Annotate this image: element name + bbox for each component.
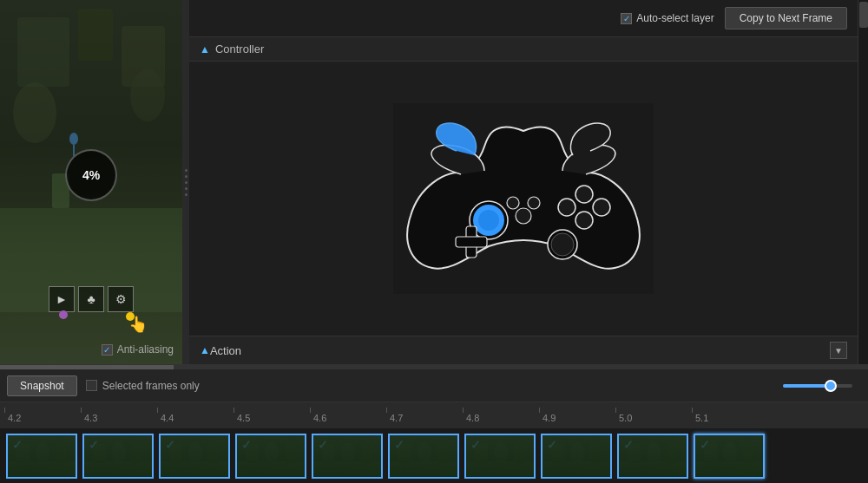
frame-thumb-4.3: ✓ (82, 434, 154, 479)
divider-dot-3 (185, 181, 187, 184)
frame-thumb-4.8: ✓ (464, 434, 536, 479)
frame-item-4.3[interactable]: ✓ (81, 434, 155, 479)
svg-point-18 (507, 197, 519, 209)
ruler-mark-4.6: 4.6 (310, 404, 386, 425)
divider-dot-4 (185, 187, 187, 190)
slider-thumb (825, 380, 837, 392)
svg-point-13 (478, 210, 499, 231)
frame-thumb-4.2: ✓ (6, 434, 77, 479)
snapshot-button[interactable]: Snapshot (7, 375, 77, 396)
auto-select-label: Auto-select layer (636, 12, 713, 24)
ruler-mark-4.8: 4.8 (463, 404, 539, 425)
frame-thumb-4.5: ✓ (235, 434, 306, 479)
timeline-ruler: 4.2 4.3 4.4 4.5 4.6 4.7 4.8 4.9 5.0 5. (0, 402, 868, 428)
action-dropdown-arrow[interactable]: ▼ (830, 342, 847, 359)
svg-point-4 (13, 82, 56, 143)
right-scrollbar[interactable] (858, 0, 868, 364)
frame-item-5.0[interactable]: ✓ (615, 434, 690, 479)
timeline-controls: Snapshot Selected frames only (0, 369, 868, 402)
icon-box-1: ► (49, 286, 75, 312)
svg-rect-1 (17, 17, 69, 87)
frame-thumb-4.7: ✓ (388, 434, 459, 479)
svg-point-23 (575, 212, 593, 229)
ruler-mark-4.4: 4.4 (157, 404, 233, 425)
copy-next-frame-button[interactable]: Copy to Next Frame (725, 7, 847, 29)
ruler-mark-5.1: 5.1 (692, 404, 768, 425)
action-section-header: ▲ Action ▼ (189, 336, 858, 364)
anti-aliasing-checkbox[interactable]: ✓ (102, 344, 113, 356)
ruler-mark-5.0: 5.0 (615, 404, 692, 425)
timeline-scrollbar[interactable] (0, 365, 868, 369)
frame-item-5.1[interactable]: ✓ (692, 434, 766, 479)
frame-thumb-5.0: ✓ (617, 434, 688, 479)
svg-point-8 (69, 133, 78, 145)
mid-divider (182, 0, 189, 364)
ruler-mark-4.3: 4.3 (81, 404, 157, 425)
timeline-zoom-slider[interactable] (783, 384, 852, 388)
svg-rect-15 (456, 237, 487, 247)
svg-point-19 (528, 197, 540, 209)
frame-item-4.9[interactable]: ✓ (539, 434, 614, 479)
frame-thumb-4.9: ✓ (541, 434, 612, 479)
svg-point-22 (593, 199, 610, 216)
svg-rect-2 (78, 9, 113, 61)
anti-aliasing-label: Anti-aliasing (117, 343, 174, 356)
bottom-timeline: Snapshot Selected frames only 4.2 4.3 4.… (0, 364, 868, 483)
frame-item-4.7[interactable]: ✓ (386, 434, 461, 479)
divider-dot-1 (185, 169, 187, 172)
controller-area (189, 62, 858, 336)
svg-point-5 (130, 69, 165, 121)
svg-point-17 (551, 233, 574, 256)
auto-select-checkbox[interactable]: ✓ (621, 13, 632, 24)
action-arrow-icon: ▲ (200, 344, 210, 356)
controller-arrow-icon: ▲ (200, 43, 210, 55)
auto-select-row: ✓ Auto-select layer (621, 12, 713, 24)
ruler-mark-4.2: 4.2 (4, 404, 81, 425)
svg-point-21 (575, 186, 593, 203)
frame-thumb-4.4: ✓ (159, 434, 230, 479)
ruler-mark-4.5: 4.5 (233, 404, 310, 425)
cursor-icon: 👆 (128, 315, 148, 334)
selected-frames-label: Selected frames only (102, 380, 200, 392)
timeline-scroll-thumb (0, 365, 174, 369)
divider-dot-2 (185, 175, 187, 178)
frame-item-4.8[interactable]: ✓ (463, 434, 537, 479)
slider-container (783, 384, 861, 388)
frame-item-4.4[interactable]: ✓ (157, 434, 232, 479)
timeline-marks: 4.2 4.3 4.4 4.5 4.6 4.7 4.8 4.9 5.0 5. (0, 404, 768, 425)
selected-frames-checkbox[interactable] (86, 380, 97, 391)
icon-box-3: ⚙ (108, 286, 134, 312)
right-top-bar: ✓ Auto-select layer Copy to Next Frame (189, 0, 858, 36)
ruler-mark-4.7: 4.7 (386, 404, 463, 425)
percentage-display: 4% (65, 149, 117, 201)
anti-aliasing-row: ✓ Anti-aliasing (102, 343, 174, 356)
action-section-label: Action (210, 344, 241, 357)
right-panel: ✓ Auto-select layer Copy to Next Frame ▲… (189, 0, 858, 364)
selected-frames-row: Selected frames only (86, 380, 200, 392)
frame-item-4.6[interactable]: ✓ (310, 434, 385, 479)
controller-section-header: ▲ Controller (189, 36, 858, 62)
dot-purple (59, 310, 68, 319)
frame-item-4.2[interactable]: ✓ (4, 434, 79, 479)
controller-display (393, 103, 654, 294)
timeline-frames: ✓ ✓ ✓ ✓ ✓ (0, 428, 868, 483)
bottom-icons-row: ► ♣ ⚙ (49, 286, 134, 312)
scrollbar-thumb (859, 2, 868, 28)
frame-thumb-5.1: ✓ (694, 434, 765, 479)
frame-thumb-4.6: ✓ (312, 434, 383, 479)
svg-point-24 (558, 199, 575, 216)
divider-dot-5 (185, 193, 187, 196)
left-video-panel: 4% ► ♣ ⚙ 👆 ✓ Anti-aliasing (0, 0, 182, 364)
slider-fill (783, 384, 831, 388)
icon-box-2: ♣ (78, 286, 104, 312)
ruler-mark-4.9: 4.9 (539, 404, 615, 425)
controller-section-label: Controller (215, 42, 264, 55)
frame-item-4.5[interactable]: ✓ (233, 434, 308, 479)
video-background: 4% ► ♣ ⚙ 👆 (0, 0, 182, 364)
main-layout: 4% ► ♣ ⚙ 👆 ✓ Anti-aliasing ✓ (0, 0, 868, 364)
svg-point-20 (516, 208, 531, 224)
